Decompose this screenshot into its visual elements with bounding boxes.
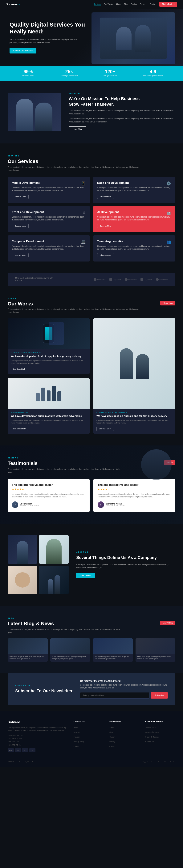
footer-copyright: © 2023 Solvero. Powered by ThemeMonster. bbox=[8, 761, 38, 763]
service-btn-4[interactable]: Discover More bbox=[12, 253, 29, 257]
blog-title: Latest Blog & News bbox=[8, 621, 54, 626]
service-title-1: Back-end Development bbox=[97, 181, 167, 184]
footer-info-link-2[interactable]: Career bbox=[109, 736, 115, 738]
logos-bar: Over 25k+ software businesses growing wi… bbox=[8, 273, 175, 286]
blog-tag: BLOG bbox=[8, 617, 175, 619]
footer-info-link-1[interactable]: Blog bbox=[109, 731, 113, 733]
reviewer-name-1: Samantha William bbox=[106, 503, 125, 505]
newsletter-tag: NEWSLETTER bbox=[15, 684, 72, 686]
nav-link-blog[interactable]: Blog bbox=[124, 3, 128, 5]
nav-link-contact[interactable]: Contact bbox=[150, 3, 156, 5]
footer-bottom-link-2[interactable]: Terms of Use bbox=[158, 761, 167, 763]
testimonial-stars-1: ★★★★☆ bbox=[98, 488, 171, 491]
service-btn-5[interactable]: Discover More bbox=[97, 253, 114, 257]
newsletter-input[interactable] bbox=[80, 692, 149, 699]
footer-customer-link-1[interactable]: Advanced Search bbox=[145, 731, 159, 733]
stat-number-3: 4.9 bbox=[142, 69, 164, 74]
nav-link-about[interactable]: About bbox=[116, 3, 121, 5]
work-btn-1[interactable]: See Case Study bbox=[11, 427, 28, 431]
newsletter-right: Be ready for the ever-changing world. Co… bbox=[80, 680, 168, 699]
service-title-3: AI Development bbox=[97, 210, 167, 214]
nav-link-pages[interactable]: Pages ▾ bbox=[140, 3, 147, 5]
work-title-0: We have developed an Android app for fas… bbox=[11, 355, 86, 358]
work-desc-1: Consequat delectiorem, sed imperdiet nun… bbox=[11, 419, 86, 425]
work-desc-2: Consequat delectiorem, sed imperdiet nun… bbox=[97, 419, 172, 425]
nav-cta-button[interactable]: Find a Project bbox=[159, 2, 177, 7]
work-tag-0: FLUTTER SERVICE / ECOMMERCE bbox=[11, 352, 86, 353]
service-icon-0: 📱 bbox=[81, 181, 86, 186]
company-img-2 bbox=[39, 535, 69, 564]
blog-card-0[interactable]: Purus porta feugiat diu sed ipsum porta … bbox=[8, 639, 48, 662]
footer-grid: Solvero Consequat delectiorem, sed imper… bbox=[8, 720, 175, 752]
service-card-4: Computer Development 💻 Consequat delecti… bbox=[8, 235, 90, 261]
works-section: WORKS Our Works All Our Work Consequat d… bbox=[0, 286, 183, 445]
work-btn-2[interactable]: See Case Study bbox=[97, 427, 114, 431]
service-desc-4: Consequat delectiorem, sed imperdiet nun… bbox=[12, 245, 86, 250]
footer-contact-link-1[interactable]: About bbox=[74, 726, 78, 728]
footer-info-title: Information bbox=[109, 720, 140, 723]
company-img-1 bbox=[8, 535, 37, 564]
footer-contact-link-4[interactable]: Privacy Policy bbox=[74, 741, 84, 743]
nav-link-services[interactable]: Services bbox=[94, 3, 101, 6]
service-btn-2[interactable]: Discover More bbox=[12, 224, 29, 228]
work-btn-0[interactable]: See Case Study bbox=[11, 367, 28, 371]
service-icon-5: 👥 bbox=[167, 240, 171, 244]
testimonial-text-0: Consequat delectiorem, sed imperdiet lai… bbox=[12, 493, 85, 498]
footer-info-link-0[interactable]: About bbox=[109, 726, 114, 728]
about-content: ABOUT US We're On Mission To Help Busine… bbox=[69, 92, 175, 132]
subscribe-button[interactable]: Subscribe bbox=[151, 692, 168, 699]
works-title: Our Works bbox=[8, 301, 33, 307]
service-btn-1[interactable]: Discover More bbox=[97, 195, 114, 199]
testimonial-stars-0: ★★★★★ bbox=[12, 488, 85, 491]
services-tag: SERVICES bbox=[8, 155, 175, 157]
all-works-button[interactable]: All Our Work bbox=[160, 301, 175, 305]
footer-info-link-4[interactable]: Contact bbox=[109, 746, 115, 747]
blog-card-2[interactable]: Purus porta feugiat diu sed ipsum porta … bbox=[93, 639, 133, 662]
stat-item-1: 25k Thousands of Successful Business bbox=[60, 69, 79, 78]
payment-mc: MC bbox=[15, 748, 21, 752]
nav-link-pricing[interactable]: Pricing bbox=[131, 3, 137, 5]
service-desc-1: Consequat delectiorem, sed imperdiet nun… bbox=[97, 186, 171, 192]
stat-label-0: Success in getting customers bbox=[19, 74, 38, 78]
blog-image-2 bbox=[93, 639, 133, 654]
hero-cta-button[interactable]: Explore Our Services bbox=[9, 48, 36, 54]
blog-card-1[interactable]: Purus porta feugiat diu sed ipsum porta … bbox=[50, 639, 90, 662]
hero-section: Quality Digital Services You Really Need… bbox=[0, 9, 183, 66]
footer-info-col: Information About Blog Career Privacy Co… bbox=[109, 720, 140, 752]
blog-text-2: Purus porta feugiat diu sed ipsum porta … bbox=[95, 656, 131, 660]
footer-info-link-3[interactable]: Privacy bbox=[109, 741, 115, 743]
footer-customer-link-0[interactable]: Support Terms bbox=[145, 726, 156, 728]
blog-card-3[interactable]: Purus porta feugiat diu sed ipsum porta … bbox=[136, 639, 176, 662]
company-join-button[interactable]: Join the Us bbox=[76, 573, 95, 578]
footer-bottom-link-0[interactable]: Support bbox=[143, 761, 148, 763]
service-btn-0[interactable]: Discover More bbox=[12, 195, 29, 199]
stat-label-3: 4.9 Reviews are very satisfied with us bbox=[142, 74, 164, 78]
nav-link-ourworks[interactable]: Our Works bbox=[104, 3, 113, 5]
stat-label-2: Total client who love Solvero + bbox=[101, 74, 120, 78]
work-card-1: IOS DEVELOPMENT We have developed an aud… bbox=[8, 378, 89, 434]
footer-bottom-links: Support Privacy Terms of Use Cookies bbox=[143, 761, 175, 763]
company-img-4 bbox=[39, 566, 69, 594]
newsletter-tagline: Be ready for the ever-changing world. bbox=[80, 680, 168, 682]
footer-contact-link-3[interactable]: Industry bbox=[74, 736, 80, 738]
footer-contact-link-5[interactable]: Contact bbox=[74, 746, 79, 747]
footer-brand-desc: Consequat delectiorem, sed imperdiet nun… bbox=[8, 726, 68, 732]
footer-customer-link-2[interactable]: Orders & Returns bbox=[145, 736, 158, 738]
testimonials-grid: The site interactive and easier ★★★★★ Co… bbox=[8, 479, 175, 512]
logo-2: Logomark bbox=[109, 278, 121, 281]
work-image-2 bbox=[94, 318, 175, 409]
stat-number-0: 99% bbox=[19, 69, 38, 74]
company-tag: ABOUT US bbox=[76, 551, 175, 553]
footer-customer-link-3[interactable]: Contact Us bbox=[145, 741, 154, 743]
view-all-blog-button[interactable]: View All Blog bbox=[160, 621, 175, 625]
stat-number-1: 25k bbox=[60, 69, 79, 74]
footer-bottom-link-1[interactable]: Privacy bbox=[151, 761, 155, 763]
footer-contact-link-2[interactable]: Services bbox=[74, 731, 80, 733]
testimonials-section: REVIEWS Testimonials View All Consequat … bbox=[0, 445, 183, 524]
about-desc2: Consequat delectiorem, sed imperdiet nun… bbox=[69, 117, 175, 123]
about-learn-button[interactable]: Learn More bbox=[69, 126, 86, 132]
work-image-1 bbox=[8, 378, 89, 409]
footer-bottom-link-3[interactable]: Cookies bbox=[170, 761, 175, 763]
service-btn-3[interactable]: Discover More bbox=[97, 224, 114, 228]
service-card-1: Back-end Development ⚙️ Consequat delect… bbox=[93, 177, 175, 203]
